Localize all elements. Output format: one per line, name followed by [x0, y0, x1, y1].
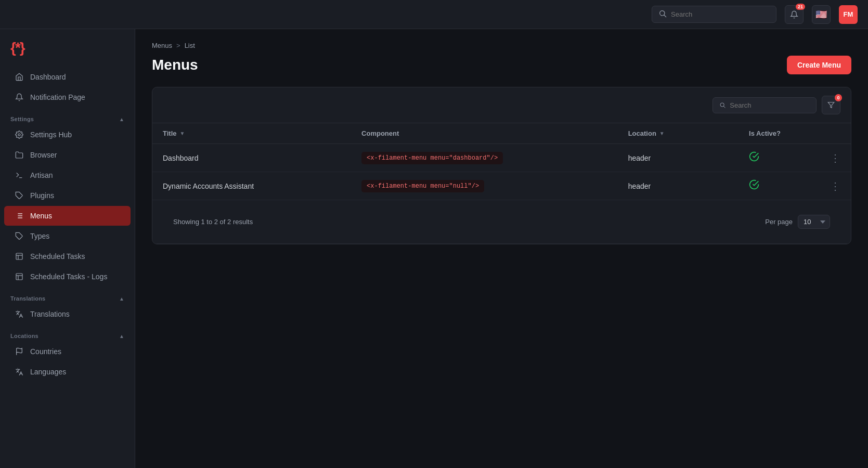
breadcrumb: Menus > List	[152, 42, 851, 49]
svg-rect-15	[16, 274, 22, 280]
active-icon	[749, 181, 759, 192]
sidebar-item-label: Browser	[30, 151, 57, 159]
global-search-bar[interactable]	[652, 6, 776, 23]
per-page-select[interactable]: 10 25 50 100	[798, 215, 830, 229]
page-header: Menus Create Menu	[152, 56, 851, 74]
clock-icon	[15, 252, 24, 261]
svg-rect-12	[16, 253, 22, 259]
sidebar-item-languages[interactable]: Languages	[4, 362, 131, 382]
sidebar-item-types[interactable]: Types	[4, 226, 131, 246]
filter-button[interactable]: 0	[822, 96, 840, 114]
sidebar-item-dashboard[interactable]: Dashboard	[4, 67, 131, 87]
notification-badge: 21	[796, 4, 805, 10]
sidebar-item-label: Dashboard	[30, 73, 66, 81]
terminal-icon	[15, 171, 24, 180]
sidebar-item-label: Translations	[30, 310, 70, 318]
table-search-bar[interactable]	[712, 97, 817, 113]
sidebar-item-label: Scheduled Tasks - Logs	[30, 272, 107, 281]
sidebar-item-settings-hub[interactable]: Settings Hub	[4, 125, 131, 145]
chevron-up-icon[interactable]: ▲	[119, 333, 124, 339]
filter-badge: 0	[835, 94, 842, 101]
chevron-up-icon[interactable]: ▲	[119, 296, 124, 302]
row-component: <x-filament-menu menu="dashboard"/>	[361, 152, 503, 164]
logo-icon: {*}	[10, 40, 24, 56]
flag-icon	[15, 347, 24, 356]
results-count: Showing 1 to 2 of 2 results	[173, 218, 253, 226]
table-card: 0 Title ▼ Component	[152, 87, 851, 244]
sidebar-item-menus[interactable]: Menus	[4, 206, 131, 226]
search-icon	[719, 101, 726, 109]
sidebar-item-translations[interactable]: Translations	[4, 304, 131, 324]
table-row: Dynamic Accounts Assistant <x-filament-m…	[152, 172, 851, 200]
clock-list-icon	[15, 272, 24, 281]
sidebar-item-browser[interactable]: Browser	[4, 145, 131, 165]
sidebar-item-artisan[interactable]: Artisan	[4, 165, 131, 185]
per-page-control: Per page 10 25 50 100	[765, 215, 830, 229]
sidebar-logo: {*}	[0, 35, 135, 67]
breadcrumb-separator: >	[176, 42, 180, 49]
sidebar-item-label: Menus	[30, 212, 52, 220]
search-icon	[658, 9, 667, 19]
user-avatar[interactable]: FM	[839, 5, 858, 24]
table-search-input[interactable]	[730, 101, 810, 109]
sidebar: {*} Dashboard Notification Page Settings…	[0, 29, 135, 468]
topnav: 21 🇺🇸 FM	[0, 0, 868, 29]
notification-button[interactable]: 21	[785, 5, 804, 24]
chevron-up-icon[interactable]: ▲	[119, 116, 124, 122]
main-content: Menus > List Menus Create Menu 0	[135, 29, 868, 468]
flag-emoji: 🇺🇸	[815, 9, 827, 20]
row-title: Dynamic Accounts Assistant	[163, 182, 254, 190]
translate-icon	[15, 309, 24, 319]
home-icon	[15, 72, 24, 82]
global-search-input[interactable]	[671, 10, 770, 18]
col-location-header[interactable]: Location ▼	[628, 129, 728, 137]
sidebar-item-plugins[interactable]: Plugins	[4, 186, 131, 205]
list-icon	[15, 211, 24, 220]
sidebar-item-countries[interactable]: Countries	[4, 342, 131, 361]
table-row: Dashboard <x-filament-menu menu="dashboa…	[152, 144, 851, 172]
table-toolbar: 0	[152, 87, 851, 123]
col-component-header: Component	[361, 129, 399, 137]
sidebar-item-label: Artisan	[30, 171, 53, 179]
sidebar-item-label: Settings Hub	[30, 131, 72, 139]
sort-icon: ▼	[659, 131, 665, 136]
row-location: header	[628, 154, 651, 162]
sidebar-item-label: Plugins	[30, 191, 54, 200]
sort-icon: ▼	[180, 131, 185, 136]
bell-icon	[15, 93, 24, 102]
col-title-header[interactable]: Title ▼	[163, 129, 341, 137]
filter-icon	[827, 101, 835, 109]
row-title: Dashboard	[163, 154, 199, 162]
translate2-icon	[15, 367, 24, 376]
active-icon	[749, 153, 759, 164]
row-action-menu[interactable]: ⋮	[830, 180, 840, 192]
sidebar-item-label: Countries	[30, 347, 61, 356]
col-isactive-header: Is Active?	[749, 129, 781, 137]
language-flag-button[interactable]: 🇺🇸	[812, 5, 831, 24]
gear-icon	[15, 130, 24, 139]
breadcrumb-current: List	[185, 42, 195, 49]
sidebar-item-label: Types	[30, 232, 49, 240]
sidebar-section-settings: Settings ▲	[0, 108, 135, 124]
breadcrumb-parent[interactable]: Menus	[152, 42, 172, 49]
tag-icon	[15, 231, 24, 241]
sidebar-item-notification-page[interactable]: Notification Page	[4, 87, 131, 107]
folder-icon	[15, 150, 24, 160]
puzzle-icon	[15, 191, 24, 200]
page-title: Menus	[152, 57, 198, 73]
sidebar-item-scheduled-tasks[interactable]: Scheduled Tasks	[4, 246, 131, 266]
table-footer-row: Showing 1 to 2 of 2 results Per page 10 …	[152, 200, 851, 244]
table-footer: Showing 1 to 2 of 2 results Per page 10 …	[163, 207, 840, 236]
svg-line-20	[723, 106, 725, 108]
sidebar-section-locations: Locations ▲	[0, 324, 135, 341]
sidebar-item-label: Notification Page	[30, 93, 85, 101]
menus-table: Title ▼ Component Location ▼	[152, 123, 851, 244]
row-action-menu[interactable]: ⋮	[830, 152, 840, 164]
per-page-label: Per page	[765, 218, 793, 226]
svg-point-2	[18, 134, 20, 136]
sidebar-item-scheduled-tasks-logs[interactable]: Scheduled Tasks - Logs	[4, 267, 131, 287]
svg-marker-21	[828, 102, 834, 108]
sidebar-section-translations: Translations ▲	[0, 287, 135, 304]
row-component: <x-filament-menu menu="null"/>	[361, 180, 484, 192]
create-menu-button[interactable]: Create Menu	[787, 56, 851, 74]
